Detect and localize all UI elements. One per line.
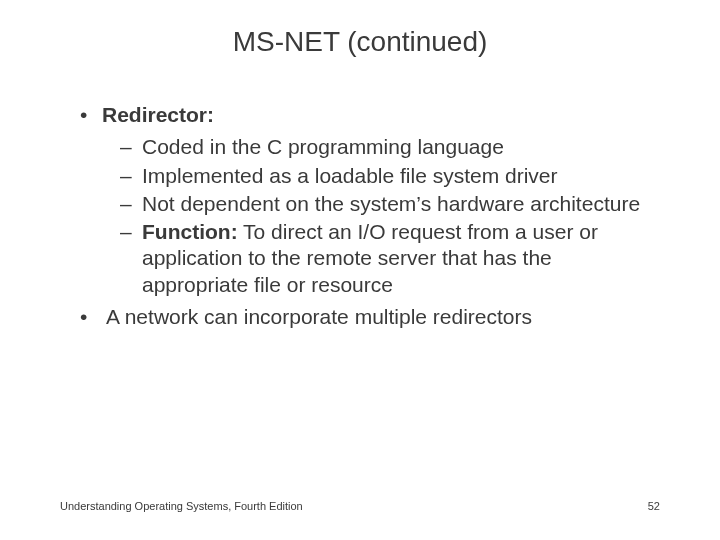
page-number: 52 (648, 500, 660, 512)
bullet-redirector: Redirector: Coded in the C programming l… (78, 102, 660, 298)
slide-title: MS-NET (continued) (60, 26, 660, 58)
slide: MS-NET (continued) Redirector: Coded in … (0, 0, 720, 540)
sub-bullet-3: Not dependent on the system’s hardware a… (118, 191, 660, 217)
sub-bullet-1: Coded in the C programming language (118, 134, 660, 160)
bullet-list: Redirector: Coded in the C programming l… (78, 102, 660, 330)
sub-bullet-list: Coded in the C programming language Impl… (118, 134, 660, 298)
footer-text: Understanding Operating Systems, Fourth … (60, 500, 303, 512)
slide-content: Redirector: Coded in the C programming l… (60, 102, 660, 330)
sub-bullet-4-bold: Function: (142, 220, 238, 243)
bullet-redirector-label: Redirector: (102, 103, 214, 126)
sub-bullet-4: Function: To direct an I/O request from … (118, 219, 660, 298)
sub-bullet-2: Implemented as a loadable file system dr… (118, 163, 660, 189)
bullet-multiple-redirectors: A network can incorporate multiple redir… (78, 304, 660, 330)
